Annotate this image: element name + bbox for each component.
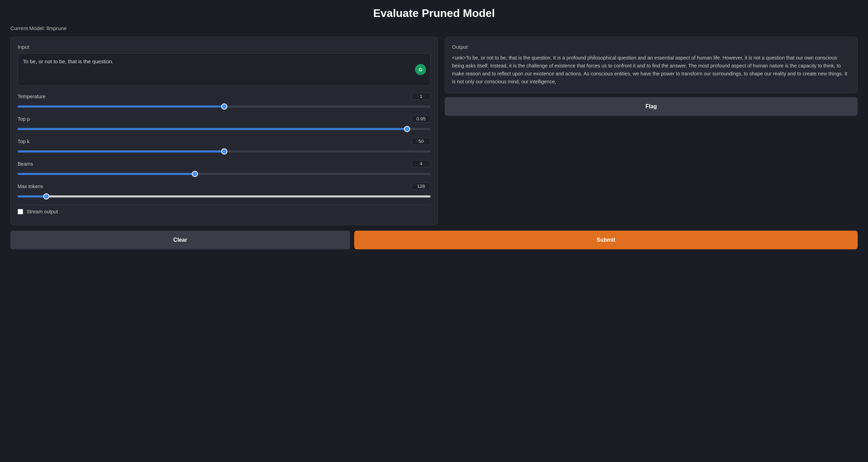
temperature-input[interactable] [18, 105, 431, 108]
top-k-value: 50 [412, 138, 431, 145]
top-p-input[interactable] [18, 128, 431, 130]
stream-output-label: Stream output [27, 209, 58, 214]
max-tokens-slider-row: Max tokens 128 [18, 183, 431, 199]
top-p-label: Top p [18, 116, 30, 122]
top-p-slider-row: Top p 0.95 [18, 115, 431, 131]
beams-value: 4 [412, 160, 431, 167]
current-model-label: Current Model: llmprune [10, 25, 858, 31]
top-k-label: Top k [18, 139, 29, 144]
output-label: Output [452, 44, 850, 50]
submit-button[interactable]: Submit [354, 231, 858, 249]
output-box: Output <unk>To be, or not to be, that is… [445, 37, 858, 93]
temperature-value: 1 [412, 93, 431, 100]
beams-label: Beams [18, 161, 33, 167]
bottom-buttons: Clear Submit [10, 231, 858, 249]
page-title: Evaluate Pruned Model [10, 7, 858, 20]
left-panel: Input To be, or not to be, that is the q… [10, 37, 438, 225]
top-k-slider-row: Top k 50 [18, 138, 431, 154]
input-wrapper: To be, or not to be, that is the questio… [18, 53, 431, 86]
temperature-label: Temperature [18, 94, 46, 99]
beams-input[interactable] [18, 173, 431, 175]
stream-output-row: Stream output [18, 205, 431, 218]
grammarly-icon[interactable]: G [415, 64, 426, 75]
output-text: <unk>To be, or not to be, that is the qu… [452, 54, 850, 86]
beams-slider-row: Beams 4 [18, 160, 431, 176]
input-textarea[interactable]: To be, or not to be, that is the questio… [23, 58, 413, 79]
top-p-value: 0.95 [412, 115, 431, 122]
clear-button[interactable]: Clear [10, 231, 350, 249]
stream-output-checkbox[interactable] [18, 209, 23, 214]
top-k-input[interactable] [18, 150, 431, 153]
max-tokens-input[interactable] [18, 195, 431, 197]
max-tokens-label: Max tokens [18, 184, 43, 189]
max-tokens-value: 128 [412, 183, 431, 190]
right-panel: Output <unk>To be, or not to be, that is… [445, 37, 858, 116]
flag-button[interactable]: Flag [445, 97, 858, 116]
input-label: Input [18, 44, 431, 50]
temperature-slider-row: Temperature 1 [18, 93, 431, 109]
